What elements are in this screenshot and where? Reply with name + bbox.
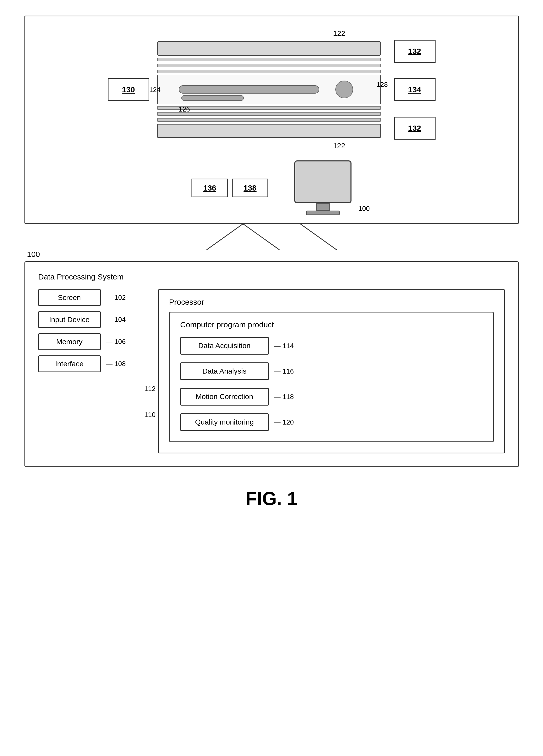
monitor-wrap: 100 [294, 160, 352, 215]
data-acquisition-ref: — 114 [274, 342, 294, 350]
processor-box: Processor 110 112 Computer program produ… [158, 289, 505, 453]
screen-ref: — 102 [106, 294, 126, 302]
dps-left-column: Screen — 102 Input Device — 104 Memory —… [38, 289, 137, 372]
input-device-ref: — 104 [106, 316, 126, 324]
quality-monitoring-label: Quality monitoring [195, 418, 254, 426]
boxes-136-138: 136 138 [191, 179, 268, 197]
data-acquisition-label: Data Acquisition [198, 342, 250, 350]
memory-row: Memory — 106 [38, 333, 137, 350]
coils-bottom [157, 104, 381, 124]
coil-2 [157, 64, 381, 67]
quality-monitoring-row: Quality monitoring — 120 [180, 413, 483, 431]
label-100: 100 [27, 250, 40, 259]
connector-lines [24, 224, 519, 250]
connector-svg [167, 224, 376, 250]
box-134: 134 [394, 78, 436, 101]
scanner-and-right: 130 124 [38, 40, 505, 140]
label-126: 126 [179, 105, 190, 113]
cpp-items: Data Acquisition — 114 Data Analysis — 1… [180, 337, 483, 431]
label-124: 124 [149, 86, 160, 94]
coils-top [157, 56, 381, 75]
dps-outer-box: Data Processing System Screen — 102 Inpu… [24, 261, 519, 467]
top-diagram-wrapper: 122 130 124 [24, 16, 519, 224]
dps-title: Data Processing System [38, 272, 505, 281]
patient-figure [179, 78, 361, 101]
box-132b-wrap: 132 [394, 117, 436, 140]
motion-correction-box: Motion Correction [180, 388, 269, 406]
interface-row: Interface — 108 [38, 355, 137, 372]
data-analysis-label: Data Analysis [202, 367, 247, 375]
data-analysis-ref: — 116 [274, 367, 294, 375]
box-138: 138 [232, 179, 268, 197]
screen-row: Screen — 102 [38, 289, 137, 306]
box-130: 130 [108, 78, 149, 101]
interface-ref: — 108 [106, 360, 126, 368]
input-device-box: Input Device [38, 311, 101, 328]
label-122-top: 122 [173, 29, 505, 38]
computer-row: 136 138 100 [38, 160, 505, 215]
box-132a-wrap: 132 [394, 40, 436, 63]
interface-label: Interface [55, 360, 83, 368]
coil-3 [157, 70, 381, 73]
dps-inner: Screen — 102 Input Device — 104 Memory —… [38, 289, 505, 453]
label-132b: 132 [408, 124, 421, 133]
body-legs [181, 95, 244, 101]
label-132a: 132 [408, 47, 421, 56]
outer-top-box: 122 130 124 [24, 16, 519, 224]
scanner-body: 124 126 128 [157, 41, 381, 138]
label-138: 138 [243, 184, 256, 192]
data-acquisition-row: Data Acquisition — 114 [180, 337, 483, 355]
memory-label: Memory [56, 338, 82, 346]
label-110: 110 [144, 411, 155, 419]
quality-monitoring-box: Quality monitoring [180, 413, 269, 431]
label-100-monitor: 100 [359, 205, 370, 213]
box-136-row: 136 138 [191, 179, 268, 197]
fig-label: FIG. 1 [245, 488, 298, 509]
svg-line-2 [300, 224, 337, 250]
data-acquisition-box: Data Acquisition [180, 337, 269, 355]
label-134: 134 [408, 85, 421, 94]
data-analysis-row: Data Analysis — 116 [180, 362, 483, 380]
monitor-neck [316, 203, 330, 211]
input-device-label: Input Device [49, 316, 90, 324]
coil-1 [157, 58, 381, 61]
cpp-box: Computer program product Data Acquisitio… [169, 312, 494, 442]
coil-5 [157, 112, 381, 116]
label-130: 130 [122, 85, 135, 94]
scanner-plate-top [157, 41, 381, 56]
motion-correction-row: Motion Correction — 118 [180, 388, 483, 406]
screen-label: Screen [58, 294, 81, 302]
quality-monitoring-ref: — 120 [274, 418, 294, 426]
coil-4 [157, 106, 381, 110]
input-device-row: Input Device — 104 [38, 311, 137, 328]
bottom-section: 100 Data Processing System Screen — 102 … [24, 250, 519, 467]
interface-box: Interface [38, 355, 101, 372]
svg-line-0 [206, 224, 243, 250]
label-122-bottom: 122 [173, 142, 505, 150]
box-136: 136 [191, 179, 228, 197]
label-128: 128 [377, 81, 388, 89]
screen-box: Screen [38, 289, 101, 306]
memory-box: Memory [38, 333, 101, 350]
coil-6 [157, 118, 381, 122]
right-side-boxes: 132 134 132 [394, 40, 436, 140]
motion-correction-label: Motion Correction [196, 393, 253, 401]
label-136: 136 [203, 184, 216, 192]
bore-area: 126 128 [157, 75, 381, 104]
left-box-130-wrap: 130 [108, 78, 149, 101]
body-head [336, 81, 353, 98]
box-132b: 132 [394, 117, 436, 140]
cpp-title: Computer program product [180, 320, 483, 329]
body-torso [179, 85, 319, 94]
data-analysis-box: Data Analysis [180, 362, 269, 380]
motion-correction-ref: — 118 [274, 393, 294, 401]
monitor-foot [306, 211, 340, 215]
processor-title: Processor [169, 298, 494, 307]
box-132a: 132 [394, 40, 436, 63]
monitor-screen [294, 160, 352, 203]
box-134-wrap: 134 [394, 78, 436, 101]
memory-ref: — 106 [106, 338, 126, 346]
svg-line-1 [243, 224, 280, 250]
scanner-plate-bottom [157, 124, 381, 138]
label-112: 112 [144, 385, 155, 393]
